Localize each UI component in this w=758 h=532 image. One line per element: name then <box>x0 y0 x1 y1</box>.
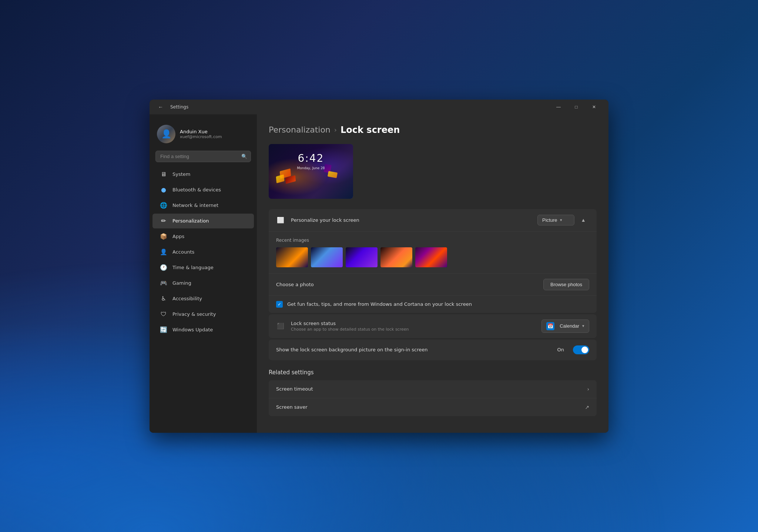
sidebar-item-bluetooth[interactable]: ● Bluetooth & devices <box>152 183 254 197</box>
picture-dropdown-control: Picture ▾ ▲ <box>537 214 589 226</box>
back-button[interactable]: ← <box>155 102 166 112</box>
sidebar-item-time[interactable]: 🕐 Time & language <box>152 260 254 275</box>
picture-dropdown-label: Picture <box>542 217 557 223</box>
sidebar-item-system[interactable]: 🖥 System <box>152 167 254 182</box>
network-icon: 🌐 <box>160 202 167 209</box>
sidebar-item-label: Accounts <box>172 249 194 255</box>
search-icon: 🔍 <box>241 154 247 159</box>
lock-status-row: ⬛ Lock screen status Choose an app to sh… <box>269 314 597 338</box>
calendar-dropdown[interactable]: 📅 Calendar ▾ <box>541 319 589 333</box>
sidebar-item-label: Apps <box>172 234 184 239</box>
calendar-dropdown-label: Calendar <box>560 323 579 329</box>
breadcrumb-current: Lock screen <box>341 125 400 135</box>
lock-screen-icon: ⬜ <box>276 216 285 225</box>
sidebar-item-accounts[interactable]: 👤 Accounts <box>152 245 254 260</box>
personalize-title: Personalize your lock screen <box>291 217 531 223</box>
sidebar-item-network[interactable]: 🌐 Network & internet <box>152 198 254 213</box>
lock-screen-preview: 6:42 Monday, June 28 <box>269 144 353 199</box>
recent-images-label: Recent images <box>276 238 589 243</box>
sidebar-item-label: Windows Update <box>172 327 213 332</box>
search-box: 🔍 <box>155 151 251 162</box>
lock-date: Monday, June 28 <box>297 166 325 170</box>
lock-status-title: Lock screen status <box>291 321 536 326</box>
screen-saver-row[interactable]: Screen saver ↗ <box>269 398 597 416</box>
lock-status-icon: ⬛ <box>276 322 285 331</box>
minimize-button[interactable]: — <box>550 101 567 113</box>
sign-in-toggle[interactable] <box>573 345 589 354</box>
sidebar: Anduin Xue xuef@microsoft.com 🔍 🖥 System… <box>150 114 257 433</box>
chevron-down-icon: ▾ <box>560 218 562 222</box>
calendar-icon: 📅 <box>546 322 554 330</box>
toggle-state-label: On <box>557 347 564 352</box>
user-profile[interactable]: Anduin Xue xuef@microsoft.com <box>150 120 257 151</box>
lock-status-text: Lock screen status Choose an app to show… <box>291 321 536 332</box>
user-name: Anduin Xue <box>180 129 249 134</box>
system-icon: 🖥 <box>160 171 167 178</box>
avatar <box>157 125 175 143</box>
chevron-right-icon: › <box>587 386 589 392</box>
related-settings-section: Screen timeout › Screen saver ↗ <box>269 380 597 416</box>
sidebar-item-label: Accessibility <box>172 296 202 301</box>
sidebar-item-gaming[interactable]: 🎮 Gaming <box>152 276 254 291</box>
apps-icon: 📦 <box>160 233 167 240</box>
breadcrumb-parent: Personalization <box>269 125 331 134</box>
content-area: Anduin Xue xuef@microsoft.com 🔍 🖥 System… <box>150 114 608 433</box>
screen-saver-label: Screen saver <box>276 404 585 410</box>
sidebar-item-label: Personalization <box>172 218 209 224</box>
choose-photo-label: Choose a photo <box>276 282 543 287</box>
personalize-section: ⬜ Personalize your lock screen Picture ▾… <box>269 209 597 313</box>
lock-screen-thumb-1[interactable] <box>276 247 308 267</box>
lock-screen-thumb-4[interactable] <box>380 247 412 267</box>
calendar-dropdown-control: 📅 Calendar ▾ <box>541 319 589 333</box>
lock-screen-thumb-5[interactable] <box>415 247 447 267</box>
maximize-button[interactable]: □ <box>568 101 585 113</box>
checkbox-label: Get fun facts, tips, and more from Windo… <box>287 301 472 307</box>
images-grid <box>276 247 589 267</box>
fun-facts-checkbox[interactable]: ✓ <box>276 301 283 308</box>
related-settings: Related settings Screen timeout › Screen… <box>269 369 597 416</box>
external-link-icon: ↗ <box>585 404 589 410</box>
sidebar-item-apps[interactable]: 📦 Apps <box>152 229 254 244</box>
windows-update-icon: 🔄 <box>160 326 167 334</box>
browse-photos-button[interactable]: Browse photos <box>543 279 589 290</box>
breadcrumb-separator: › <box>334 126 337 134</box>
recent-images-section: Recent images <box>269 232 597 273</box>
personalization-icon: ✏️ <box>160 217 167 225</box>
sidebar-item-accessibility[interactable]: ♿ Accessibility <box>152 291 254 306</box>
sidebar-item-privacy[interactable]: 🛡 Privacy & security <box>152 307 254 322</box>
accounts-icon: 👤 <box>160 248 167 256</box>
chevron-down-icon: ▾ <box>582 324 584 328</box>
lock-screen-thumb-3[interactable] <box>346 247 378 267</box>
sidebar-item-label: Bluetooth & devices <box>172 187 221 193</box>
sidebar-item-label: Time & language <box>172 265 214 270</box>
sidebar-item-personalization[interactable]: ✏️ Personalization <box>152 214 254 228</box>
user-info: Anduin Xue xuef@microsoft.com <box>180 129 249 139</box>
sidebar-item-label: Gaming <box>172 280 191 286</box>
settings-window: ← Settings — □ ✕ Anduin Xue xuef@microso… <box>150 100 608 433</box>
user-email: xuef@microsoft.com <box>180 134 249 139</box>
collapse-button[interactable]: ▲ <box>577 214 589 226</box>
sign-in-section: Show the lock screen background picture … <box>269 339 597 360</box>
close-button[interactable]: ✕ <box>586 101 603 113</box>
window-title: Settings <box>170 104 546 110</box>
lock-status-subtitle: Choose an app to show detailed status on… <box>291 327 536 332</box>
screen-timeout-label: Screen timeout <box>276 386 587 392</box>
personalize-row: ⬜ Personalize your lock screen Picture ▾… <box>269 209 597 232</box>
window-controls: — □ ✕ <box>550 101 603 113</box>
sign-in-toggle-row: Show the lock screen background picture … <box>269 339 597 360</box>
sidebar-item-label: System <box>172 171 190 177</box>
accessibility-icon: ♿ <box>160 295 167 302</box>
sidebar-item-label: Network & internet <box>172 203 218 208</box>
main-content: Personalization › Lock screen 6:42 Monda… <box>257 114 608 433</box>
personalize-label: Personalize your lock screen <box>291 217 531 223</box>
time-icon: 🕐 <box>160 264 167 271</box>
gaming-icon: 🎮 <box>160 280 167 287</box>
screen-timeout-row[interactable]: Screen timeout › <box>269 380 597 398</box>
lock-status-section: ⬛ Lock screen status Choose an app to sh… <box>269 314 597 338</box>
picture-dropdown[interactable]: Picture ▾ <box>537 215 574 225</box>
bluetooth-icon: ● <box>160 186 167 194</box>
lock-screen-thumb-2[interactable] <box>311 247 343 267</box>
sidebar-item-windows-update[interactable]: 🔄 Windows Update <box>152 322 254 337</box>
privacy-icon: 🛡 <box>160 311 167 318</box>
search-input[interactable] <box>155 151 251 162</box>
